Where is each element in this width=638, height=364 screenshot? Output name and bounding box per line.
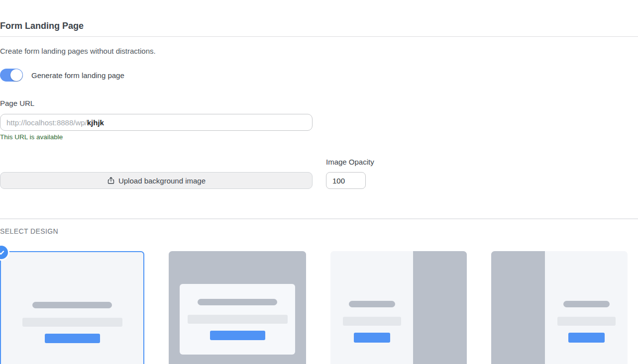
mock-button-bar [210,331,265,340]
image-opacity-label: Image Opacity [326,158,374,167]
page-url-value: kjhjk [87,118,104,127]
design-card-image-right[interactable] [330,251,467,364]
mock-field-bar [343,317,401,326]
mock-field-bar [22,318,122,327]
section-divider [0,218,638,219]
mock-field-bar [188,315,288,324]
design-preview [1,302,143,343]
background-image-row: Upload background image Image Opacity [0,158,638,189]
mock-title-bar [198,299,277,305]
upload-button-label: Upload background image [118,177,206,185]
mock-button-bar [354,333,390,343]
design-preview-panel [180,284,295,355]
image-opacity-input[interactable] [326,172,366,189]
upload-icon [107,177,115,184]
image-opacity-group: Image Opacity [326,158,374,189]
page-title: Form Landing Page [0,20,638,32]
design-picker [0,251,638,364]
upload-background-image-button[interactable]: Upload background image [0,172,313,189]
design-card-boxed[interactable] [169,251,306,364]
page-subtitle: Create form landing pages without distra… [0,47,638,56]
section-header: Form Landing Page [0,20,638,37]
generate-toggle-label: Generate form landing page [31,71,124,80]
url-availability-status: This URL is available [0,133,638,141]
generate-toggle-row: Generate form landing page [0,69,638,82]
design-card-image-left[interactable] [491,251,628,364]
design-preview [330,301,413,343]
design-card-centered[interactable] [0,251,144,364]
mock-button-bar [45,334,100,343]
page-url-input[interactable]: http://localhost:8888/wp/kjhjk [0,114,313,131]
page-url-label: Page URL [0,99,638,108]
mock-title-bar [32,302,112,308]
mock-button-bar [568,333,605,343]
form-landing-page-settings: Form Landing Page Create form landing pa… [0,20,638,364]
design-preview-image-side [413,251,467,364]
design-preview [545,301,628,343]
select-design-heading: SELECT DESIGN [0,227,638,235]
toggle-knob [10,69,22,81]
design-preview-image-side [491,251,545,364]
design-preview-form-side [330,251,413,364]
mock-title-bar [563,301,610,307]
design-preview [180,299,295,340]
generate-landing-page-toggle[interactable] [0,69,23,82]
page-url-prefix: http://localhost:8888/wp/ [6,118,87,127]
mock-title-bar [349,301,395,307]
check-icon [0,246,8,259]
design-preview-form-side [545,251,628,364]
mock-field-bar [557,317,616,326]
